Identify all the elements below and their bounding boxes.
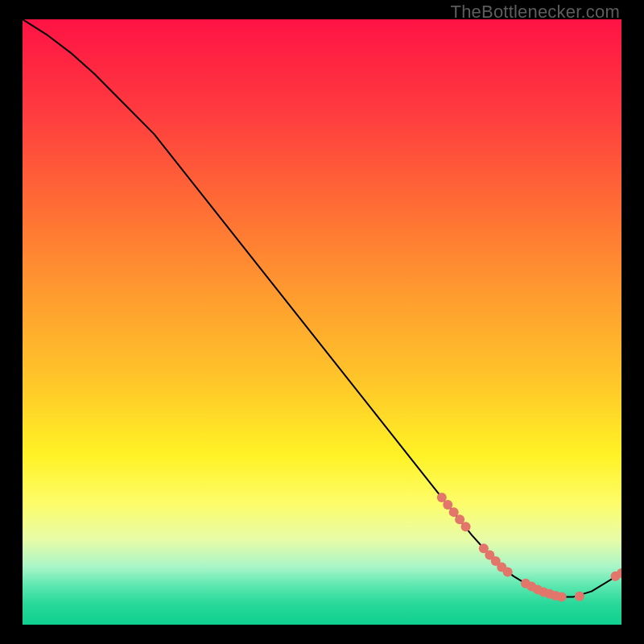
- watermark-text: TheBottlenecker.com: [451, 2, 620, 23]
- data-point: [575, 592, 584, 601]
- data-point: [503, 568, 513, 577]
- data-point: [557, 592, 567, 601]
- bottleneck-chart: [23, 19, 621, 625]
- gradient-background: [23, 19, 621, 625]
- data-point: [461, 522, 471, 531]
